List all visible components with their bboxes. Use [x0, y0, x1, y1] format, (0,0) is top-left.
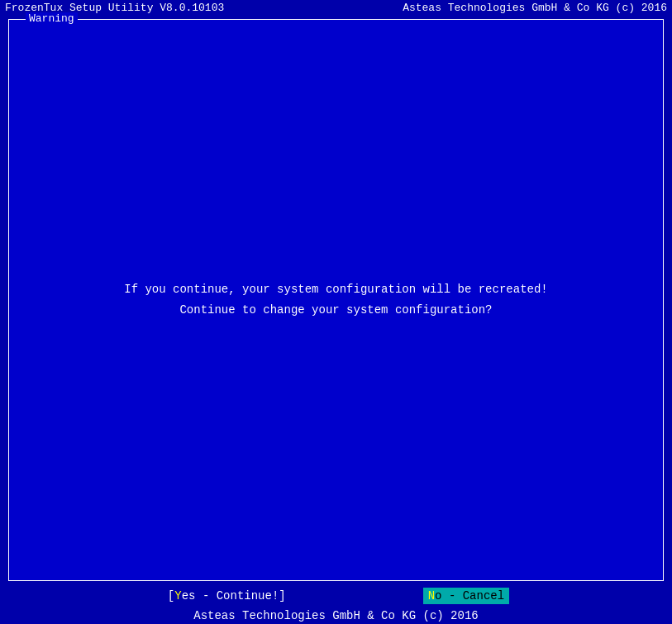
content-section: Warning If you continue, your system con…: [0, 16, 672, 584]
title-right: Asteas Technologies GmbH & Co KG (c) 201…: [403, 2, 667, 14]
warning-dialog: Warning If you continue, your system con…: [8, 19, 664, 581]
no-button[interactable]: No - Cancel: [423, 588, 509, 604]
yes-key-letter: Y: [174, 589, 181, 603]
message-line1: If you continue, your system configurati…: [124, 279, 547, 300]
page-wrapper: FrozenTux Setup Utility V8.0.10103 Astea…: [0, 0, 672, 624]
dialog-message: If you continue, your system configurati…: [124, 279, 547, 321]
footer: Asteas Technologies GmbH & Co KG (c) 201…: [0, 608, 672, 624]
bracket-close: ]: [279, 589, 285, 603]
no-key-letter: N: [428, 589, 435, 603]
bracket-open: [: [168, 589, 174, 603]
message-line2: Continue to change your system configura…: [124, 300, 547, 321]
no-button-label: o - Cancel: [435, 589, 504, 603]
dialog-title: Warning: [26, 12, 78, 25]
dialog-content: If you continue, your system configurati…: [9, 20, 663, 580]
button-bar: [YYes - Continue!es - Continue!] No - Ca…: [0, 584, 672, 608]
footer-text: Asteas Technologies GmbH & Co KG (c) 201…: [193, 609, 478, 622]
title-bar: FrozenTux Setup Utility V8.0.10103 Astea…: [0, 0, 672, 16]
yes-button[interactable]: [YYes - Continue!es - Continue!]: [163, 588, 291, 604]
